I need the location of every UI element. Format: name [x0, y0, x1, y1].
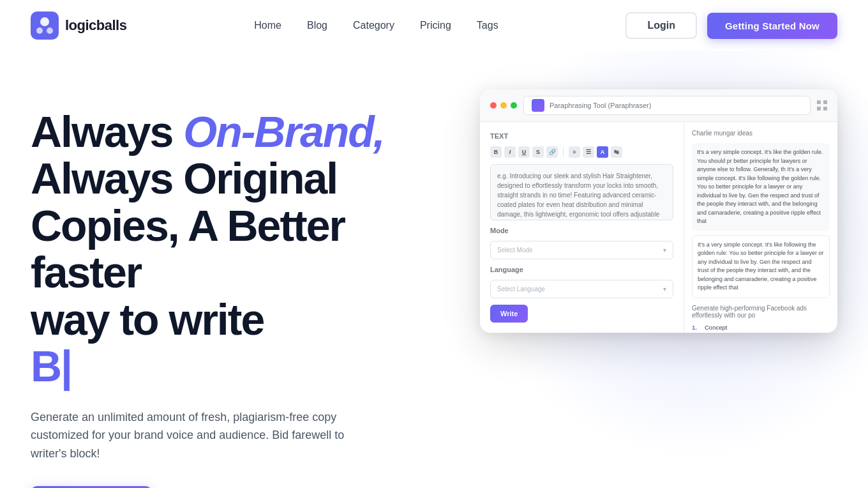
link-btn[interactable]: 🔗 — [546, 146, 558, 158]
toolbar: B I U S 🔗 ≡ ☰ A ↹ — [490, 146, 673, 158]
logo-icon — [31, 11, 59, 40]
headline-way: way to write — [31, 295, 264, 344]
list-item-1: 1. Concept — [692, 324, 830, 331]
nav-pricing[interactable]: Pricing — [420, 20, 451, 31]
mockup-header: Paraphrasing Tool (Paraphraser) — [480, 89, 837, 122]
italic-btn[interactable]: I — [504, 146, 516, 158]
getting-started-button[interactable]: Getting Started Now — [707, 13, 837, 39]
align-btn[interactable]: ≡ — [569, 146, 580, 158]
underline-btn[interactable]: U — [518, 146, 530, 158]
headline-cursor: B| — [31, 343, 71, 390]
result-text-1: It's a very simple concept. It's like th… — [692, 143, 830, 231]
language-label: Language — [490, 266, 673, 273]
grid-icon — [817, 100, 827, 111]
nav-links: Home Blog Category Pricing Tags — [254, 20, 498, 31]
mode-select[interactable]: Select Mode ▾ — [490, 241, 673, 259]
svg-rect-4 — [817, 100, 821, 104]
mockup-dots — [490, 102, 517, 109]
login-button[interactable]: Login — [625, 12, 697, 39]
result-text-2: It's a very simple concept. It's like fo… — [692, 235, 830, 298]
nav-actions: Login Getting Started Now — [625, 12, 837, 39]
write-button[interactable]: Write — [490, 305, 528, 323]
svg-rect-6 — [817, 107, 821, 111]
color-btn[interactable]: A — [597, 146, 608, 158]
dot-green — [511, 102, 517, 109]
text-area-content: e.g. Introducing our sleek and stylish H… — [497, 172, 660, 220]
list-label-1: Concept — [705, 324, 727, 331]
chevron-down-icon2: ▾ — [663, 286, 666, 293]
hero-section: Always On-Brand, Always Original Copies,… — [0, 51, 868, 488]
divider — [563, 147, 564, 157]
headline-on-brand: On-Brand, — [183, 107, 384, 156]
strike-btn[interactable]: S — [532, 146, 544, 158]
nav-category[interactable]: Category — [353, 20, 394, 31]
mockup-window: Paraphrasing Tool (Paraphraser) Text B I… — [480, 89, 837, 333]
dot-red — [490, 102, 497, 109]
nav-home[interactable]: Home — [254, 20, 281, 31]
mode-placeholder: Select Mode — [497, 247, 533, 254]
list-item-2: 2. Golden rule — [692, 333, 830, 333]
logo-text: logicballs — [65, 17, 126, 34]
hero-content: Always On-Brand, Always Original Copies,… — [31, 77, 426, 488]
text-area-label: Text — [490, 132, 673, 140]
headline-always-original: Always Original — [31, 154, 337, 202]
list-num-2: 2. — [692, 333, 701, 333]
indent-btn[interactable]: ↹ — [611, 146, 622, 158]
bold-btn[interactable]: B — [490, 146, 502, 158]
headline-always1: Always — [31, 107, 183, 156]
svg-point-2 — [36, 27, 43, 34]
mockup-left-panel: Text B I U S 🔗 ≡ ☰ A ↹ — [480, 122, 684, 333]
language-placeholder: Select Language — [497, 286, 545, 293]
mockup-logo-small — [532, 99, 544, 112]
mode-label: Mode — [490, 227, 673, 234]
dot-yellow — [500, 102, 507, 109]
list-btn[interactable]: ☰ — [583, 146, 594, 158]
chevron-down-icon: ▾ — [663, 247, 666, 254]
mockup-body: Text B I U S 🔗 ≡ ☰ A ↹ — [480, 122, 837, 333]
svg-rect-7 — [823, 107, 827, 111]
headline-copies: Copies, A Better faster — [31, 201, 345, 296]
nav-tags[interactable]: Tags — [477, 20, 498, 31]
mockup-right-panel: Charlie mungar ideas It's a very simple … — [684, 122, 837, 333]
hero-mockup: Paraphrasing Tool (Paraphraser) Text B I… — [480, 89, 837, 333]
mockup-title: Paraphrasing Tool (Paraphraser) — [550, 102, 651, 109]
concept-list: 1. Concept 2. Golden rule 3. Lawyer 4. — [692, 324, 830, 333]
list-num-1: 1. — [692, 324, 701, 331]
logo-link[interactable]: logicballs — [31, 11, 126, 40]
svg-point-3 — [47, 27, 53, 34]
text-area[interactable]: e.g. Introducing our sleek and stylish H… — [490, 164, 673, 220]
hero-headline: Always On-Brand, Always Original Copies,… — [31, 109, 426, 390]
svg-point-1 — [40, 17, 49, 26]
hero-description: Generate an unlimited amount of fresh, p… — [31, 408, 350, 463]
mockup-title-bar: Paraphrasing Tool (Paraphraser) — [523, 96, 811, 115]
right-section-title: Generate high-performing Facebook ads ef… — [692, 305, 830, 319]
svg-rect-5 — [823, 100, 827, 104]
right-header: Charlie mungar ideas — [692, 130, 830, 137]
nav-blog[interactable]: Blog — [307, 20, 327, 31]
language-select[interactable]: Select Language ▾ — [490, 280, 673, 298]
list-label-2: Golden rule — [705, 333, 736, 333]
navbar: logicballs Home Blog Category Pricing Ta… — [0, 0, 868, 51]
